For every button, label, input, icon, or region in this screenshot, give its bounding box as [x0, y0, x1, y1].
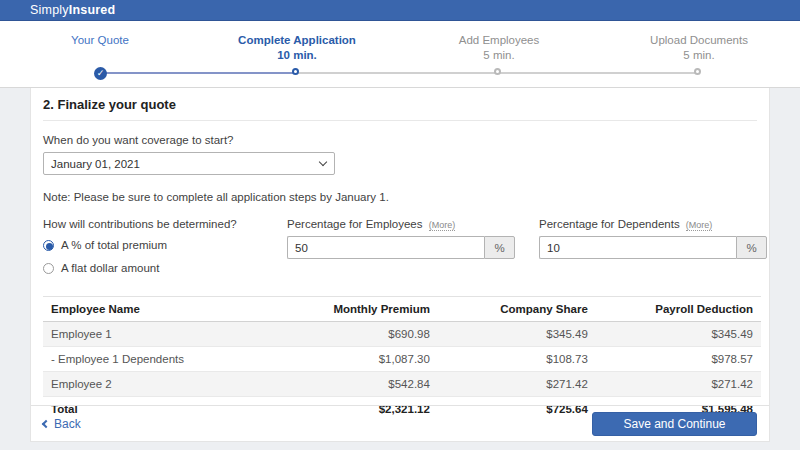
employees-percent-label: Percentage for Employees — [287, 218, 423, 230]
step-upload-documents: Upload Documents 5 min. — [604, 33, 794, 63]
cell-name: Employee 2 — [43, 372, 287, 397]
employees-percент-label-row: Percentage for Employees (More) — [287, 218, 515, 230]
top-bar: SimplyInsured — [0, 0, 800, 21]
cell-payroll: $271.42 — [596, 372, 761, 397]
employees-more-link[interactable]: (More) — [429, 220, 456, 231]
step-your-quote[interactable]: Your Quote — [5, 33, 195, 48]
step-sublabel: 5 min. — [604, 48, 794, 63]
table-header-row: Employee Name Monthly Premium Company Sh… — [43, 297, 761, 322]
step-add-employees: Add Employees 5 min. — [404, 33, 594, 63]
step-current-dot-icon — [292, 68, 299, 75]
coverage-start-select[interactable]: January 01, 2021 — [43, 152, 335, 175]
cell-company: $108.73 — [438, 347, 596, 372]
step-sublabel: 5 min. — [404, 48, 594, 63]
table-row: - Employee 1 Dependents $1,087.30 $108.7… — [43, 347, 761, 372]
radio-flat-dollar[interactable]: A flat dollar amount — [43, 262, 287, 274]
contributions-label: How will contributions be determined? — [43, 218, 287, 230]
stepper-track-completed — [100, 72, 297, 74]
step-label: Upload Documents — [650, 34, 748, 46]
brand-bold: Insured — [69, 3, 116, 17]
table-row: Employee 1 $690.98 $345.49 $345.49 — [43, 322, 761, 347]
step-upcoming-dot-icon — [494, 68, 501, 75]
chevron-down-icon — [319, 158, 327, 166]
step-sublabel: 10 min. — [202, 48, 392, 63]
cell-name: - Employee 1 Dependents — [43, 347, 287, 372]
cell-company: $345.49 — [438, 322, 596, 347]
cell-name: Employee 1 — [43, 322, 287, 347]
radio-flat-label: A flat dollar amount — [61, 262, 159, 274]
coverage-start-value: January 01, 2021 — [51, 158, 140, 170]
radio-percent-of-premium[interactable]: A % of total premium — [43, 239, 287, 251]
cell-payroll: $345.49 — [596, 322, 761, 347]
radio-percent-label: A % of total premium — [61, 239, 167, 251]
coverage-start-label: When do you want coverage to start? — [43, 134, 757, 146]
radio-selected-icon[interactable] — [43, 240, 54, 251]
card-footer: Back Save and Continue — [31, 405, 769, 441]
dependents-more-link[interactable]: (More) — [686, 220, 713, 231]
dependents-percent-input[interactable] — [539, 236, 736, 259]
cell-premium: $690.98 — [287, 322, 438, 347]
chevron-left-icon — [42, 419, 50, 427]
dependents-percent-label: Percentage for Dependents — [539, 218, 680, 230]
dependents-percent-label-row: Percentage for Dependents (More) — [539, 218, 767, 230]
radio-unselected-icon[interactable] — [43, 263, 54, 274]
cell-premium: $542.84 — [287, 372, 438, 397]
step-upcoming-dot-icon — [694, 68, 701, 75]
employees-percent-input[interactable] — [287, 236, 484, 259]
brand-regular: Simply — [30, 3, 69, 17]
save-and-continue-button[interactable]: Save and Continue — [592, 412, 757, 436]
cell-company: $271.42 — [438, 372, 596, 397]
step-check-icon: ✓ — [94, 67, 107, 80]
back-button[interactable]: Back — [43, 417, 81, 431]
table-row: Employee 2 $542.84 $271.42 $271.42 — [43, 372, 761, 397]
cell-premium: $1,087.30 — [287, 347, 438, 372]
progress-stepper: Your Quote Complete Application 10 min. … — [0, 21, 800, 88]
brand-logo: SimplyInsured — [30, 3, 115, 17]
page-title: 2. Finalize your quote — [43, 88, 757, 121]
col-employee-name: Employee Name — [43, 297, 287, 322]
finalize-quote-card: 2. Finalize your quote When do you want … — [30, 88, 770, 442]
percent-suffix: % — [484, 236, 515, 259]
cell-payroll: $978.57 — [596, 347, 761, 372]
col-payroll-deduction: Payroll Deduction — [596, 297, 761, 322]
percent-suffix: % — [736, 236, 767, 259]
step-complete-application[interactable]: Complete Application 10 min. — [202, 33, 392, 63]
col-company-share: Company Share — [438, 297, 596, 322]
back-label: Back — [54, 417, 81, 431]
contributions-section: How will contributions be determined? A … — [43, 218, 757, 274]
step-label: Add Employees — [459, 34, 540, 46]
deadline-note: Note: Please be sure to complete all app… — [43, 191, 757, 203]
col-monthly-premium: Monthly Premium — [287, 297, 438, 322]
step-label: Complete Application — [238, 34, 356, 46]
premium-table: Employee Name Monthly Premium Company Sh… — [43, 296, 761, 421]
step-label: Your Quote — [71, 34, 129, 46]
